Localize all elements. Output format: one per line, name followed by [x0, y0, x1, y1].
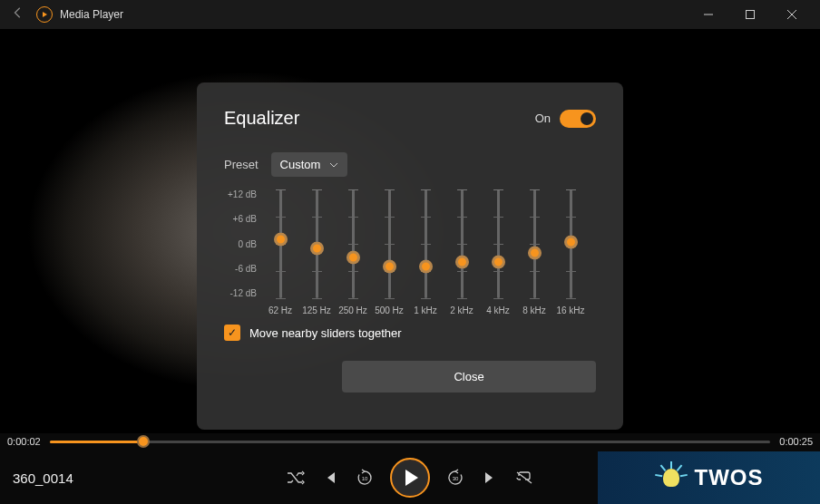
eq-band-label: 8 kHz	[522, 305, 546, 315]
skip-back-icon: 10	[356, 469, 374, 487]
eq-slider[interactable]	[425, 189, 427, 298]
arrow-left-icon	[12, 6, 24, 19]
maximize-icon	[746, 10, 755, 19]
eq-scale: +12 dB +6 dB 0 dB -6 dB -12 dB	[224, 189, 262, 298]
eq-band: 2 kHz	[444, 189, 480, 315]
eq-band: 4 kHz	[480, 189, 516, 315]
eq-slider-thumb[interactable]	[455, 255, 469, 268]
eq-band-label: 4 kHz	[486, 305, 510, 315]
repeat-off-icon	[515, 470, 533, 485]
eq-slider[interactable]	[461, 189, 464, 298]
eq-band-label: 125 Hz	[302, 305, 331, 315]
maximize-button[interactable]	[729, 0, 771, 29]
scale-label: -6 dB	[224, 264, 257, 274]
eq-slider[interactable]	[279, 189, 282, 298]
skip-fwd-icon: 30	[446, 469, 464, 487]
back-button[interactable]	[7, 6, 29, 23]
equalizer-dialog: Equalizer On Preset Custom +12 dB +6 dB …	[197, 82, 623, 430]
elapsed-time: 0:00:02	[7, 436, 41, 447]
seek-slider[interactable]	[50, 441, 771, 443]
eq-band-label: 500 Hz	[375, 305, 404, 315]
prev-button[interactable]	[321, 469, 339, 487]
next-button[interactable]	[481, 469, 499, 487]
file-name: 360_0014	[13, 470, 73, 486]
move-sliders-label: Move nearby sliders together	[249, 326, 402, 340]
eq-band: 8 kHz	[516, 189, 552, 315]
eq-band-label: 250 Hz	[338, 305, 367, 315]
svg-text:30: 30	[453, 476, 459, 481]
preset-label: Preset	[224, 158, 259, 171]
skip-fwd-button[interactable]: 30	[446, 469, 464, 487]
eq-slider[interactable]	[497, 189, 500, 298]
eq-band: 125 Hz	[298, 189, 335, 315]
progress-row: 0:00:02 0:00:25	[0, 433, 820, 450]
eq-slider[interactable]	[352, 189, 355, 298]
eq-slider-thumb[interactable]	[383, 260, 396, 274]
eq-band: 1 kHz	[407, 189, 444, 315]
eq-slider-thumb[interactable]	[528, 247, 542, 260]
shuffle-button[interactable]	[287, 469, 305, 487]
eq-band-label: 1 kHz	[414, 305, 437, 315]
titlebar: Media Player	[0, 0, 820, 29]
preset-dropdown[interactable]: Custom	[271, 152, 348, 177]
play-button[interactable]	[390, 458, 430, 498]
watermark: TWOS	[598, 451, 820, 504]
close-button[interactable]: Close	[342, 361, 596, 393]
scale-label: 0 dB	[224, 239, 257, 249]
chevron-down-icon	[329, 162, 338, 168]
eq-slider[interactable]	[388, 189, 391, 298]
skip-back-button[interactable]: 10	[356, 469, 374, 487]
close-window-button[interactable]	[771, 0, 813, 29]
preset-value: Custom	[280, 158, 321, 171]
skip-prev-icon	[323, 470, 337, 485]
eq-slider-thumb[interactable]	[492, 255, 505, 268]
eq-slider[interactable]	[570, 189, 572, 298]
eq-band-label: 16 kHz	[556, 305, 584, 315]
total-time: 0:00:25	[779, 436, 813, 447]
eq-band-label: 2 kHz	[450, 305, 473, 315]
eq-band: 500 Hz	[371, 189, 407, 315]
scale-label: +6 dB	[224, 214, 257, 224]
eq-band-label: 62 Hz	[268, 305, 292, 315]
scale-label: +12 dB	[224, 189, 257, 199]
equalizer-toggle[interactable]	[560, 110, 596, 128]
eq-slider[interactable]	[533, 189, 536, 298]
eq-band: 250 Hz	[335, 189, 371, 315]
eq-slider-thumb[interactable]	[274, 233, 288, 247]
lightbulb-icon	[655, 461, 688, 494]
app-icon	[36, 6, 53, 23]
watermark-text: TWOS	[695, 465, 764, 490]
dialog-title: Equalizer	[224, 108, 299, 129]
close-icon	[787, 10, 796, 19]
minimize-icon	[704, 10, 713, 19]
shuffle-icon	[287, 470, 305, 485]
scale-label: -12 dB	[224, 288, 257, 298]
eq-slider-thumb[interactable]	[310, 242, 324, 256]
eq-band: 62 Hz	[262, 189, 298, 315]
eq-slider[interactable]	[316, 189, 318, 298]
equalizer-on-label: On	[535, 111, 551, 125]
skip-next-icon	[483, 470, 497, 485]
eq-band: 16 kHz	[552, 189, 589, 315]
app-title: Media Player	[60, 8, 123, 21]
eq-slider-thumb[interactable]	[564, 235, 578, 248]
eq-slider-thumb[interactable]	[347, 251, 360, 265]
eq-slider-thumb[interactable]	[419, 260, 433, 274]
svg-rect-1	[747, 11, 755, 19]
minimize-button[interactable]	[688, 0, 729, 29]
svg-text:10: 10	[362, 476, 368, 481]
move-sliders-checkbox[interactable]: ✓	[224, 325, 240, 341]
repeat-off-button[interactable]	[515, 469, 533, 487]
